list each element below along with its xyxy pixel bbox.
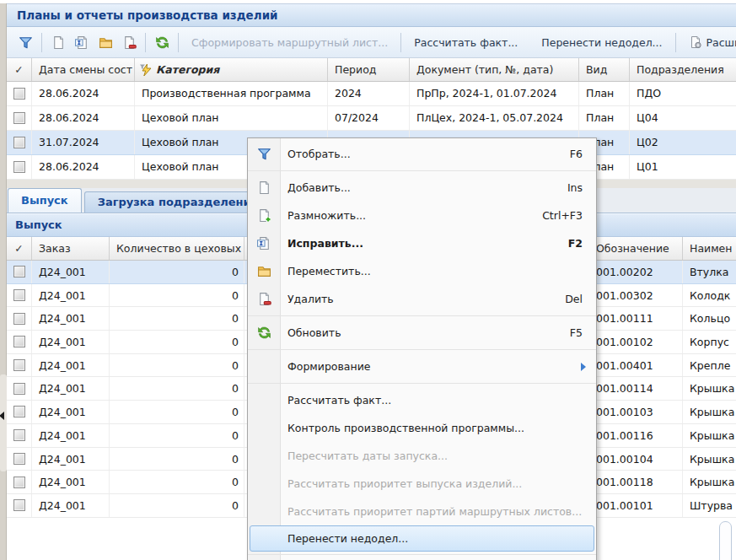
row-checkbox[interactable] <box>13 359 25 371</box>
row-checkbox[interactable] <box>13 289 25 301</box>
cell-date: 31.07.2024 <box>32 131 135 154</box>
column-header-check[interactable]: ✓ <box>7 237 32 260</box>
cell-designation: 001.00103 <box>586 401 683 423</box>
add-button[interactable] <box>46 31 70 53</box>
cell-designation: 001.00111 <box>586 307 683 330</box>
menu-item-calc-batch-priority: Рассчитать приоритет партий маршрутных л… <box>248 498 596 525</box>
column-header-category[interactable]: Категория <box>135 58 328 81</box>
move-button[interactable] <box>94 31 117 53</box>
tab-output[interactable]: Выпуск <box>8 188 82 213</box>
edit-document-icon <box>248 236 280 250</box>
column-header-check[interactable]: ✓ <box>7 58 32 81</box>
column-header-period[interactable]: Период <box>328 58 410 81</box>
table-row[interactable]: 28.06.2024 Цеховой план 07/2024 ПлЦех, 2… <box>7 106 736 131</box>
splitter-collapse-handle[interactable] <box>0 374 7 471</box>
row-checkbox[interactable] <box>13 161 25 173</box>
menu-item-move[interactable]: Переместить... <box>248 257 596 285</box>
row-checkbox[interactable] <box>13 266 25 277</box>
column-header-order[interactable]: Заказ <box>32 237 110 260</box>
row-checkbox-cell <box>7 471 32 493</box>
menu-separator <box>248 383 596 384</box>
row-checkbox[interactable] <box>13 499 25 511</box>
toolbar-separator <box>400 33 401 52</box>
row-checkbox[interactable] <box>13 137 25 148</box>
column-header-division[interactable]: Подразделения <box>630 58 736 81</box>
row-checkbox-cell <box>7 331 32 353</box>
row-checkbox-cell <box>7 155 32 179</box>
table-row[interactable]: 28.06.2024 Производственная программа 20… <box>7 82 736 106</box>
folder-move-icon <box>99 35 113 50</box>
cell-order: Д24_001 <box>32 261 110 283</box>
cell-order: Д24_001 <box>32 471 110 493</box>
row-checkbox[interactable] <box>13 406 25 417</box>
filter-button[interactable] <box>13 31 37 53</box>
move-backlog-button[interactable]: Перенести недодел... <box>533 36 670 49</box>
cell-qty: 0 <box>110 307 244 330</box>
cell-category: Производственная программа <box>135 82 328 105</box>
menu-item-recalc-launch-dates: Пересчитать даты запуска... <box>248 442 596 470</box>
row-checkbox-cell <box>7 131 32 154</box>
row-checkbox[interactable] <box>13 477 25 488</box>
extended-report-icon <box>689 35 702 49</box>
column-header-kind[interactable]: Вид <box>579 58 630 81</box>
cell-name: Втулка <box>683 261 736 283</box>
column-header-category-label: Категория <box>156 58 219 81</box>
menu-item-program-control[interactable]: Контроль производственной программы... <box>248 414 596 442</box>
row-checkbox[interactable] <box>13 336 25 347</box>
edit-button[interactable] <box>70 31 94 53</box>
cell-designation: 001.00104 <box>586 448 683 471</box>
row-checkbox[interactable] <box>13 453 25 465</box>
submenu-arrow-icon <box>581 363 586 371</box>
cell-division: Ц02 <box>630 131 736 154</box>
cell-qty: 0 <box>110 471 244 493</box>
row-checkbox-cell <box>7 261 32 283</box>
column-header-date[interactable]: Дата смены сост <box>32 58 135 81</box>
column-header-document[interactable]: Документ (тип, №, дата) <box>410 58 579 81</box>
cell-name: Крышка <box>683 424 736 447</box>
refresh-icon <box>155 35 169 50</box>
row-checkbox-cell <box>7 401 32 423</box>
row-checkbox[interactable] <box>13 383 25 395</box>
row-checkbox[interactable] <box>13 313 25 325</box>
cell-name: Крышка <box>683 377 736 400</box>
row-checkbox[interactable] <box>13 112 25 124</box>
row-checkbox[interactable] <box>13 429 25 441</box>
cell-order: Д24_001 <box>32 448 110 471</box>
menu-item-delete[interactable]: Удалить Del <box>248 285 596 313</box>
form-route-sheet-button: Сформировать маршрутный лист... <box>183 36 396 49</box>
delete-button[interactable] <box>117 31 141 53</box>
row-checkbox-cell <box>7 82 32 105</box>
menu-item-filter[interactable]: Отобрать... F6 <box>248 140 596 168</box>
calculate-fact-button[interactable]: Рассчитать факт... <box>406 36 526 49</box>
cell-qty: 0 <box>110 331 244 353</box>
menu-item-edit[interactable]: Исправить... F2 <box>248 229 596 257</box>
plans-table-header: ✓ Дата смены сост Категория Период Докум… <box>7 58 736 82</box>
cell-qty: 0 <box>110 401 244 423</box>
menu-separator <box>248 349 596 350</box>
vertical-scrollbar-thumb[interactable] <box>719 521 732 560</box>
tab-load-divisions[interactable]: Загрузка подразделений <box>84 191 272 213</box>
cell-qty: 0 <box>110 284 244 307</box>
refresh-button[interactable] <box>150 31 174 53</box>
menu-item-formation[interactable]: Формирование <box>248 353 596 380</box>
cell-name: Крепле <box>683 354 736 377</box>
cell-name: Корпус <box>683 331 736 353</box>
menu-separator <box>248 315 596 316</box>
cell-name: Крышка <box>683 401 736 423</box>
menu-item-calculate-fact[interactable]: Рассчитать факт... <box>248 386 596 414</box>
column-header-designation[interactable]: Обозначение <box>586 237 683 260</box>
row-checkbox[interactable] <box>13 88 25 100</box>
extended-button[interactable]: Расширен <box>680 35 736 49</box>
menu-item-move-backlog[interactable]: Перенести недодел... <box>250 525 594 552</box>
cell-name: Кольцо <box>683 307 736 330</box>
column-header-name[interactable]: Наимен <box>683 237 736 260</box>
menu-item-add[interactable]: Добавить... Ins <box>248 174 596 202</box>
cell-document: ПлЦех, 2024-1, 05.07.2024 <box>410 106 579 130</box>
cell-date: 28.06.2024 <box>32 106 135 130</box>
cell-order: Д24_001 <box>32 284 110 307</box>
cell-designation: 001.00102 <box>586 331 683 353</box>
row-checkbox-cell <box>7 284 32 307</box>
menu-item-refresh[interactable]: Обновить F5 <box>248 319 596 347</box>
column-header-qty[interactable]: Количество в цеховых п <box>110 237 244 260</box>
menu-item-duplicate[interactable]: Размножить... Ctrl+F3 <box>248 202 596 229</box>
